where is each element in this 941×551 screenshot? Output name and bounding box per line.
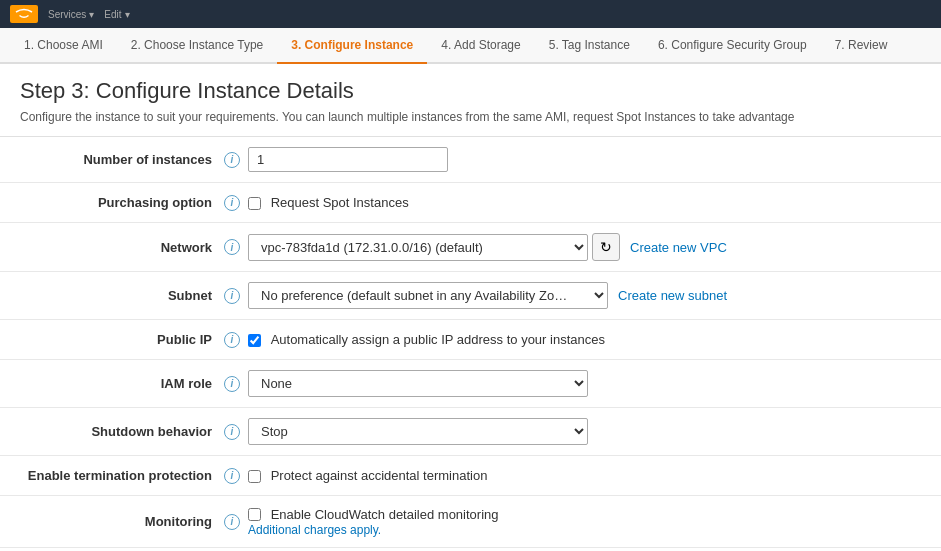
iam-role-label: IAM role [0, 360, 220, 408]
monitoring-row: Monitoring i Enable CloudWatch detailed … [0, 496, 941, 548]
subnet-controls: No preference (default subnet in any Ava… [248, 282, 921, 309]
iam-role-select[interactable]: None [248, 370, 588, 397]
number-of-instances-info[interactable]: i [220, 137, 244, 183]
network-controls: vpc-783fda1d (172.31.0.0/16) (default) ↻… [248, 233, 921, 261]
services-button[interactable]: Services ▾ [48, 9, 94, 20]
public-ip-text: Automatically assign a public IP address… [271, 333, 605, 348]
info-icon[interactable]: i [224, 332, 240, 348]
monitoring-info[interactable]: i [220, 496, 244, 548]
termination-protection-info[interactable]: i [220, 456, 244, 496]
public-ip-checkbox-label[interactable]: Automatically assign a public IP address… [248, 331, 605, 346]
tab-configure-security-group[interactable]: 6. Configure Security Group [644, 28, 821, 64]
chevron-down-icon: ▾ [89, 9, 94, 20]
network-label: Network [0, 223, 220, 272]
tenancy-info[interactable]: i [220, 548, 244, 551]
tab-review[interactable]: 7. Review [821, 28, 902, 64]
subnet-select[interactable]: No preference (default subnet in any Ava… [248, 282, 608, 309]
create-new-subnet-link[interactable]: Create new subnet [618, 288, 727, 303]
info-icon[interactable]: i [224, 468, 240, 484]
configure-form: Number of instances i Purchasing option … [0, 137, 941, 551]
network-info[interactable]: i [220, 223, 244, 272]
network-refresh-button[interactable]: ↻ [592, 233, 620, 261]
tenancy-label: Tenancy [0, 548, 220, 551]
page-title: Step 3: Configure Instance Details [0, 64, 941, 110]
info-icon[interactable]: i [224, 195, 240, 211]
shutdown-behavior-row: Shutdown behavior i Stop [0, 408, 941, 456]
iam-role-row: IAM role i None [0, 360, 941, 408]
purchasing-option-value-cell: Request Spot Instances [244, 183, 941, 223]
aws-logo [10, 5, 38, 23]
wizard-tabs: 1. Choose AMI 2. Choose Instance Type 3.… [0, 28, 941, 64]
subnet-label: Subnet [0, 272, 220, 320]
number-of-instances-input[interactable] [248, 147, 448, 172]
refresh-icon: ↻ [600, 239, 612, 255]
network-row: Network i vpc-783fda1d (172.31.0.0/16) (… [0, 223, 941, 272]
monitoring-checkbox-label[interactable]: Enable CloudWatch detailed monitoring [248, 506, 499, 521]
info-icon[interactable]: i [224, 152, 240, 168]
page-description: Configure the instance to suit your requ… [0, 110, 941, 137]
subnet-value-cell: No preference (default subnet in any Ava… [244, 272, 941, 320]
termination-protection-text: Protect against accidental termination [271, 469, 488, 484]
subnet-info[interactable]: i [220, 272, 244, 320]
tab-configure-instance[interactable]: 3. Configure Instance [277, 28, 427, 64]
tab-choose-ami[interactable]: 1. Choose AMI [10, 28, 117, 64]
info-icon[interactable]: i [224, 376, 240, 392]
tenancy-row: Tenancy i Shared tenancy (multi-tenant h… [0, 548, 941, 551]
monitoring-value-cell: Enable CloudWatch detailed monitoring Ad… [244, 496, 941, 548]
monitoring-label: Monitoring [0, 496, 220, 548]
services-label: Services [48, 9, 86, 20]
number-of-instances-value-cell [244, 137, 941, 183]
public-ip-value-cell: Automatically assign a public IP address… [244, 320, 941, 360]
info-icon[interactable]: i [224, 514, 240, 530]
network-value-cell: vpc-783fda1d (172.31.0.0/16) (default) ↻… [244, 223, 941, 272]
termination-protection-label: Enable termination protection [0, 456, 220, 496]
network-select[interactable]: vpc-783fda1d (172.31.0.0/16) (default) [248, 234, 588, 261]
additional-charges-link[interactable]: Additional charges apply. [248, 523, 381, 537]
purchasing-option-text: Request Spot Instances [271, 196, 409, 211]
edit-label: Edit [104, 9, 121, 20]
top-bar: Services ▾ Edit ▾ [0, 0, 941, 28]
edit-button[interactable]: Edit ▾ [104, 9, 129, 20]
tab-tag-instance[interactable]: 5. Tag Instance [535, 28, 644, 64]
info-icon[interactable]: i [224, 288, 240, 304]
chevron-down-icon: ▾ [125, 9, 130, 20]
number-of-instances-row: Number of instances i [0, 137, 941, 183]
termination-protection-checkbox[interactable] [248, 470, 261, 483]
purchasing-option-row: Purchasing option i Request Spot Instanc… [0, 183, 941, 223]
monitoring-text: Enable CloudWatch detailed monitoring [271, 507, 499, 522]
tenancy-value-cell: Shared tenancy (multi-tenant hardware) [244, 548, 941, 551]
tab-add-storage[interactable]: 4. Add Storage [427, 28, 534, 64]
subnet-row: Subnet i No preference (default subnet i… [0, 272, 941, 320]
info-icon[interactable]: i [224, 424, 240, 440]
purchasing-option-checkbox-label[interactable]: Request Spot Instances [248, 194, 409, 209]
public-ip-checkbox[interactable] [248, 334, 261, 347]
iam-role-info[interactable]: i [220, 360, 244, 408]
info-icon[interactable]: i [224, 239, 240, 255]
monitoring-checkbox[interactable] [248, 508, 261, 521]
termination-protection-checkbox-label[interactable]: Protect against accidental termination [248, 467, 487, 482]
create-new-vpc-link[interactable]: Create new VPC [630, 240, 727, 255]
public-ip-label: Public IP [0, 320, 220, 360]
termination-protection-row: Enable termination protection i Protect … [0, 456, 941, 496]
purchasing-option-checkbox[interactable] [248, 197, 261, 210]
termination-protection-value-cell: Protect against accidental termination [244, 456, 941, 496]
public-ip-row: Public IP i Automatically assign a publi… [0, 320, 941, 360]
shutdown-behavior-label: Shutdown behavior [0, 408, 220, 456]
number-of-instances-label: Number of instances [0, 137, 220, 183]
shutdown-behavior-info[interactable]: i [220, 408, 244, 456]
purchasing-option-info[interactable]: i [220, 183, 244, 223]
purchasing-option-label: Purchasing option [0, 183, 220, 223]
shutdown-behavior-select[interactable]: Stop [248, 418, 588, 445]
shutdown-behavior-value-cell: Stop [244, 408, 941, 456]
tab-choose-instance-type[interactable]: 2. Choose Instance Type [117, 28, 278, 64]
iam-role-value-cell: None [244, 360, 941, 408]
public-ip-info[interactable]: i [220, 320, 244, 360]
